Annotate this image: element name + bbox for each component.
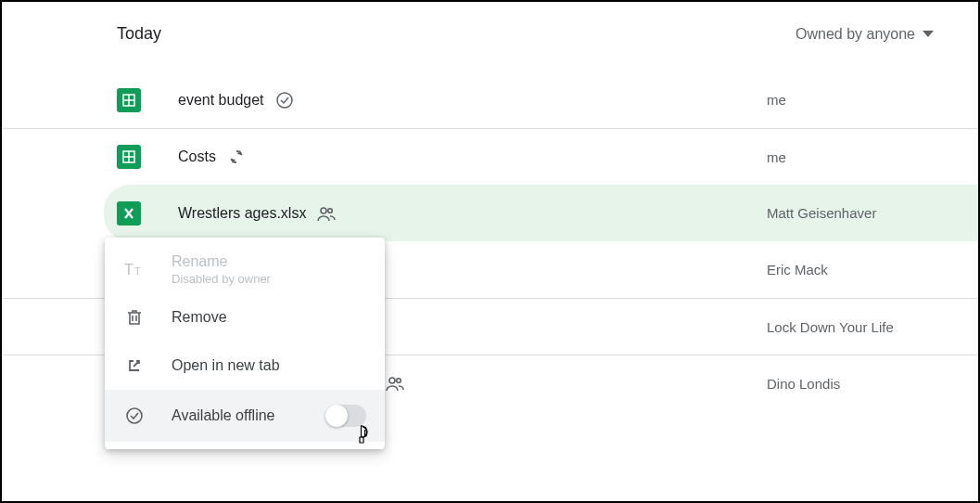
section-title: Today [117,24,161,44]
file-row[interactable]: Costs me [2,128,978,185]
svg-point-8 [328,208,333,213]
filter-dropdown[interactable]: Owned by anyone [795,26,934,43]
file-name: event budget [178,92,264,109]
file-name: Wrestlers ages.xlsx [178,205,306,222]
svg-point-16 [127,408,142,423]
file-owner: Matt Geisenhaver [767,205,934,221]
svg-point-3 [277,93,292,108]
context-menu: TT Rename Disabled by owner Remove Open … [105,238,385,449]
file-name: Costs [178,148,216,165]
text-icon: TT [123,258,146,280]
menu-item-open-new-tab[interactable]: Open in new tab [105,342,385,390]
trash-icon [123,306,146,329]
toggle-thumb [325,405,348,427]
sheets-icon [117,88,141,112]
menu-item-available-offline[interactable]: Available offline [105,390,385,442]
menu-label: Open in new tab [172,357,366,374]
chevron-down-icon [923,31,934,37]
svg-text:T: T [124,262,134,277]
filter-label: Owned by anyone [795,26,915,43]
file-owner: me [767,92,934,108]
sync-icon [225,146,248,168]
file-row[interactable]: Wrestlers ages.xlsx Matt Geisenhaver [104,185,978,241]
menu-sublabel: Disabled by owner [172,272,271,286]
menu-label: Available offline [172,407,325,424]
menu-label: Rename [172,253,271,270]
header: Today Owned by anyone [2,2,978,62]
sheets-icon [117,145,141,169]
menu-label: Remove [172,309,366,326]
file-row[interactable]: event budget me [2,71,978,128]
offline-toggle[interactable] [325,405,366,427]
file-owner: Lock Down Your Life [767,319,934,335]
svg-text:T: T [134,265,141,277]
menu-item-rename: TT Rename Disabled by owner [105,245,385,293]
offline-icon [123,405,146,427]
file-owner: Dino Londis [767,376,934,392]
open-in-new-icon [123,355,146,377]
svg-point-7 [321,208,326,213]
excel-icon [117,201,141,226]
svg-point-13 [397,379,401,383]
shared-icon [315,202,337,225]
svg-point-12 [389,378,395,383]
file-owner: me [767,149,934,165]
file-owner: Eric Mack [767,262,934,277]
offline-icon [274,89,296,111]
shared-icon [384,372,406,394]
menu-item-remove[interactable]: Remove [105,293,385,342]
